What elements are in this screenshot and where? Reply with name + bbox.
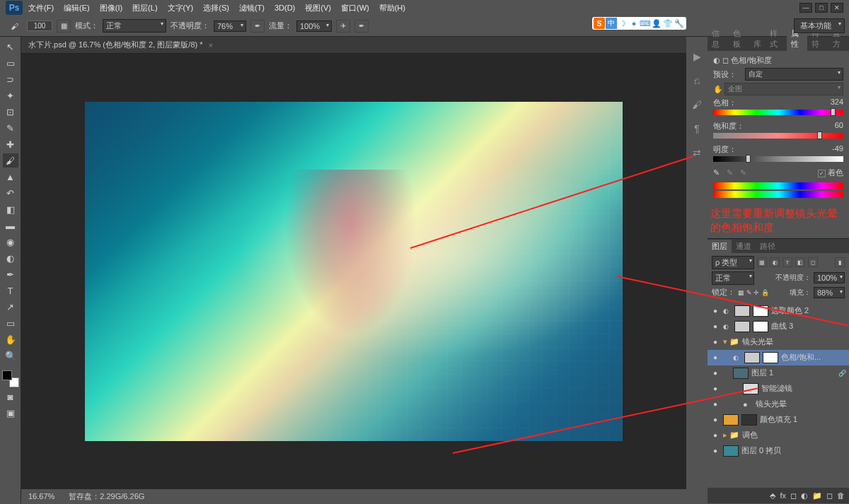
move-tool[interactable]: ↖	[3, 40, 18, 54]
visibility-icon[interactable]: ●	[710, 385, 720, 392]
stamp-tool[interactable]: ▲	[3, 170, 18, 184]
layer-thumb[interactable]	[723, 414, 739, 426]
hand-icon[interactable]: ✋	[713, 85, 724, 94]
mask-thumb[interactable]	[763, 352, 778, 363]
fx-toggle-icon[interactable]: ●	[743, 400, 753, 409]
brush-preset-icon[interactable]: 🖌	[692, 99, 702, 110]
sat-value[interactable]: 60	[835, 121, 843, 131]
history-icon[interactable]: ⎌	[694, 75, 700, 86]
screenmode-tool[interactable]: ▣	[3, 406, 18, 420]
menu-edit[interactable]: 编辑(E)	[64, 3, 90, 13]
path-tool[interactable]: ↗	[3, 300, 18, 314]
pen-tool[interactable]: ✒	[3, 267, 18, 281]
visibility-icon[interactable]: ●	[710, 431, 720, 439]
wand-tool[interactable]: ✦	[3, 88, 18, 102]
new-layer-icon[interactable]: ◻	[826, 491, 833, 500]
group-icon[interactable]: 📁	[812, 491, 822, 500]
tab-info[interactable]: 信息	[708, 27, 729, 51]
pressure-opacity-button[interactable]: ✒	[250, 20, 265, 33]
tab-channels[interactable]: 通道	[732, 240, 756, 253]
tab-swatch[interactable]: 色板	[729, 27, 750, 51]
trash-icon[interactable]: 🗑	[837, 491, 845, 500]
eraser-tool[interactable]: ◧	[3, 202, 18, 216]
fill-select[interactable]: 88%	[814, 287, 845, 298]
tab-style[interactable]: 样式	[766, 27, 787, 51]
menu-view[interactable]: 视图(V)	[305, 3, 331, 13]
visibility-icon[interactable]: ●	[710, 400, 720, 408]
layer-row[interactable]: ●图层 0 拷贝	[708, 443, 849, 459]
document-tab[interactable]: 水下片.psd @ 16.7% (色相/饱和度 2, 图层蒙版/8) * ×	[21, 37, 686, 54]
brush-size-input[interactable]: 100	[27, 20, 52, 31]
menu-help[interactable]: 帮助(H)	[379, 3, 405, 13]
opacity-select[interactable]: 76%	[214, 20, 246, 32]
layer-name[interactable]: 镜头光晕	[742, 336, 846, 347]
tab-lib[interactable]: 库	[749, 37, 766, 51]
visibility-icon[interactable]: ●	[710, 416, 720, 423]
swap-icon[interactable]: ⇄	[693, 147, 701, 158]
layer-row[interactable]: ●●镜头光晕	[708, 397, 849, 412]
play-icon[interactable]: ▶	[693, 51, 701, 62]
layer-thumb[interactable]	[734, 321, 750, 332]
visibility-icon[interactable]: ●	[710, 369, 720, 377]
filter-pixel-icon[interactable]: ▦	[757, 257, 767, 267]
layer-row[interactable]: ●▸ 📁调色	[708, 428, 849, 443]
menu-image[interactable]: 图像(I)	[100, 3, 122, 13]
visibility-icon[interactable]: ●	[710, 353, 720, 361]
filter-toggle[interactable]: ▮	[835, 257, 845, 267]
ime-keyboard-icon[interactable]: ⌨	[640, 18, 651, 29]
menu-3d[interactable]: 3D(D)	[275, 4, 295, 12]
menu-select[interactable]: 选择(S)	[203, 3, 229, 13]
layer-row[interactable]: ●颜色填充 1	[708, 412, 849, 428]
layer-list[interactable]: ●◐选取颜色 2●◐曲线 3●▾ 📁镜头光晕●◐色相/饱和...●图层 1🔗●智…	[708, 303, 849, 488]
flow-select[interactable]: 100%	[296, 20, 332, 32]
char-icon[interactable]: ¶	[694, 123, 700, 134]
ime-wrench-icon[interactable]: 🔧	[674, 18, 685, 29]
shape-tool[interactable]: ▭	[3, 316, 18, 330]
link-layer-icon[interactable]: ⬘	[770, 491, 775, 500]
folder-icon[interactable]: ▸ 📁	[723, 430, 739, 440]
workspace-select[interactable]: 基本功能	[794, 18, 845, 33]
menu-file[interactable]: 文件(F)	[28, 3, 54, 13]
dodge-tool[interactable]: ◐	[3, 251, 18, 265]
zoom-tool[interactable]: 🔍	[3, 348, 18, 363]
ime-dot-icon[interactable]: ●	[628, 18, 640, 29]
layer-thumb[interactable]	[734, 305, 750, 317]
eyedropper-plus-icon[interactable]: ✎	[727, 168, 733, 177]
eyedropper-minus-icon[interactable]: ✎	[740, 168, 746, 177]
sat-slider[interactable]	[713, 133, 843, 139]
adjustment-icon[interactable]: ◐	[801, 491, 808, 500]
eyedropper-icon[interactable]: ✎	[713, 168, 720, 177]
layer-name[interactable]: 颜色填充 1	[760, 414, 846, 425]
quickmask-tool[interactable]: ◙	[3, 389, 18, 404]
colorize-checkbox[interactable]: ✓	[818, 170, 826, 177]
ime-person-icon[interactable]: 👤	[651, 18, 662, 29]
filter-smart-icon[interactable]: ◻	[808, 257, 818, 267]
mask-thumb[interactable]	[753, 321, 768, 332]
zoom-level[interactable]: 16.67%	[28, 492, 54, 500]
gradient-tool[interactable]: ▬	[3, 218, 18, 233]
filter-kind-select[interactable]: ρ 类型	[712, 256, 754, 269]
heal-tool[interactable]: ✚	[3, 137, 18, 151]
tab-paths[interactable]: 路径	[756, 240, 780, 253]
menu-type[interactable]: 文字(Y)	[168, 3, 194, 13]
blur-tool[interactable]: ◉	[3, 235, 18, 249]
airbrush-button[interactable]: ✈	[336, 20, 350, 33]
mask-thumb[interactable]	[741, 414, 757, 426]
layer-name[interactable]: 调色	[742, 430, 846, 440]
hue-slider[interactable]	[713, 110, 843, 115]
type-tool[interactable]: T	[3, 283, 18, 298]
crop-tool[interactable]: ⊡	[3, 105, 18, 119]
layer-row[interactable]: ●图层 1🔗	[708, 365, 849, 381]
layer-thumb[interactable]	[733, 368, 749, 379]
visibility-icon[interactable]: ●	[710, 322, 720, 330]
layer-name[interactable]: 图层 1	[751, 368, 836, 378]
marquee-tool[interactable]: ▭	[3, 56, 18, 70]
tab-layers[interactable]: 图层	[708, 240, 732, 253]
folder-icon[interactable]: ▾ 📁	[723, 337, 739, 346]
menu-filter[interactable]: 滤镜(T)	[239, 3, 265, 13]
pressure-size-button[interactable]: ✒	[354, 20, 369, 33]
ime-lang-icon[interactable]: 中	[606, 18, 617, 29]
layer-name[interactable]: 智能滤镜	[761, 383, 846, 394]
layer-row[interactable]: ●▾ 📁镜头光晕	[708, 334, 849, 350]
layer-opacity-select[interactable]: 100%	[814, 272, 845, 283]
